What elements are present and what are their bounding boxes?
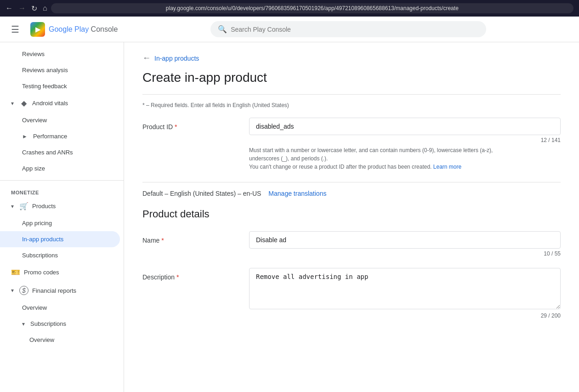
breadcrumb-arrow-icon: ←: [142, 53, 151, 63]
logo-icon: ▶: [30, 22, 45, 37]
product-id-label: Product ID *: [142, 118, 234, 131]
manage-translations-link[interactable]: Manage translations: [268, 190, 326, 197]
monetize-section-label: Monetize: [0, 184, 124, 197]
home-button[interactable]: ⌂: [43, 4, 47, 12]
product-id-learn-more-link[interactable]: Learn more: [433, 164, 461, 170]
expand-performance-icon: ►: [22, 133, 28, 140]
divider-middle: [142, 182, 561, 182]
expand-products-icon: ▾: [11, 203, 14, 210]
sidebar-item-in-app-products[interactable]: In-app products: [0, 231, 120, 247]
sidebar-item-promo-codes[interactable]: 🎫 Promo codes: [0, 263, 120, 281]
sidebar-item-android-vitals[interactable]: ▾ ◆ Android vitals: [0, 94, 120, 112]
name-input[interactable]: [249, 231, 561, 249]
divider-top: [142, 94, 561, 95]
search-input[interactable]: [231, 26, 479, 33]
sidebar: Reviews Reviews analysis Testing feedbac…: [0, 42, 124, 392]
sidebar-item-app-pricing[interactable]: App pricing: [0, 215, 120, 231]
app-header: ☰ ▶ Google Play Console 🔍: [0, 17, 579, 42]
breadcrumb-text: In-app products: [154, 55, 199, 62]
breadcrumb[interactable]: ← In-app products: [142, 53, 561, 63]
sidebar-item-overview[interactable]: Overview: [0, 112, 120, 128]
description-label: Description *: [142, 268, 234, 281]
forward-button[interactable]: →: [18, 4, 26, 12]
sidebar-item-fin-subscriptions[interactable]: ▾ Subscriptions: [0, 316, 120, 332]
main-layout: Reviews Reviews analysis Testing feedbac…: [0, 42, 579, 392]
product-id-hint: Must start with a number or lowercase le…: [249, 146, 561, 171]
search-bar[interactable]: 🔍: [210, 21, 486, 37]
expand-android-vitals-icon: ▾: [11, 100, 14, 107]
content-area: ← In-app products Create in-app product …: [124, 42, 579, 392]
reload-button[interactable]: ↻: [31, 4, 37, 13]
name-char-count: 10 / 55: [249, 250, 561, 257]
sidebar-item-subscriptions[interactable]: Subscriptions: [0, 247, 120, 263]
product-id-required: *: [175, 123, 177, 131]
description-field: Remove all advertising in app 29 / 200: [249, 268, 561, 319]
sidebar-item-reviews-analysis[interactable]: Reviews analysis: [0, 62, 120, 78]
expand-financial-icon: ▾: [11, 287, 14, 294]
product-details-title: Product details: [142, 208, 561, 220]
browser-topbar: ← → ↻ ⌂ play.google.com/console/u/0/deve…: [0, 0, 579, 17]
translation-default-text: Default – English (United States) – en-U…: [142, 190, 261, 197]
hamburger-icon: ☰: [11, 24, 19, 34]
name-required: *: [161, 237, 164, 244]
logo-area: ▶ Google Play Console: [30, 22, 118, 37]
name-row: Name * 10 / 55: [142, 231, 561, 257]
products-icon: 🛒: [19, 202, 28, 210]
logo-text-console: Console: [89, 25, 118, 33]
translation-bar: Default – English (United States) – en-U…: [142, 190, 561, 197]
financial-reports-icon: $: [19, 286, 28, 295]
description-char-count: 29 / 200: [249, 312, 561, 319]
product-id-field: 12 / 141 Must start with a number or low…: [249, 118, 561, 171]
required-note: * – Required fields. Enter all fields in…: [142, 102, 561, 108]
sidebar-item-app-size[interactable]: App size: [0, 160, 120, 176]
sidebar-item-testing-feedback[interactable]: Testing feedback: [0, 78, 120, 94]
back-button[interactable]: ←: [6, 4, 13, 12]
sidebar-item-products[interactable]: ▾ 🛒 Products: [0, 197, 120, 215]
description-required: *: [176, 273, 179, 281]
product-id-char-count: 12 / 141: [249, 137, 561, 143]
url-bar[interactable]: play.google.com/console/u/0/developers/7…: [51, 3, 573, 13]
sidebar-divider-1: [0, 180, 124, 181]
expand-fin-subscriptions-icon: ▾: [22, 321, 25, 327]
sidebar-item-crashes-anrs[interactable]: Crashes and ANRs: [0, 144, 120, 160]
search-icon: 🔍: [218, 25, 227, 34]
browser-nav[interactable]: ← → ↻ ⌂: [6, 4, 47, 13]
page-title: Create in-app product: [142, 70, 561, 85]
logo-text-google-play: Google Play: [49, 25, 89, 33]
logo-text: Google Play Console: [49, 25, 118, 34]
sidebar-item-financial-reports[interactable]: ▾ $ Financial reports: [0, 281, 120, 300]
sidebar-item-fin-sub-overview[interactable]: Overview: [0, 332, 120, 348]
description-row: Description * Remove all advertising in …: [142, 268, 561, 319]
promo-codes-icon: 🎫: [11, 268, 20, 277]
sidebar-item-reviews[interactable]: Reviews: [0, 46, 120, 62]
product-id-row: Product ID * 12 / 141 Must start with a …: [142, 118, 561, 171]
name-label: Name *: [142, 231, 234, 244]
sidebar-item-fin-overview[interactable]: Overview: [0, 300, 120, 316]
product-id-input[interactable]: [249, 118, 561, 135]
sidebar-item-performance[interactable]: ► Performance: [0, 128, 120, 144]
description-input[interactable]: Remove all advertising in app: [249, 268, 561, 309]
url-text: play.google.com/console/u/0/developers/7…: [166, 5, 459, 11]
android-vitals-icon: ◆: [19, 99, 28, 108]
name-field: 10 / 55: [249, 231, 561, 257]
hamburger-menu[interactable]: ☰: [7, 20, 23, 39]
